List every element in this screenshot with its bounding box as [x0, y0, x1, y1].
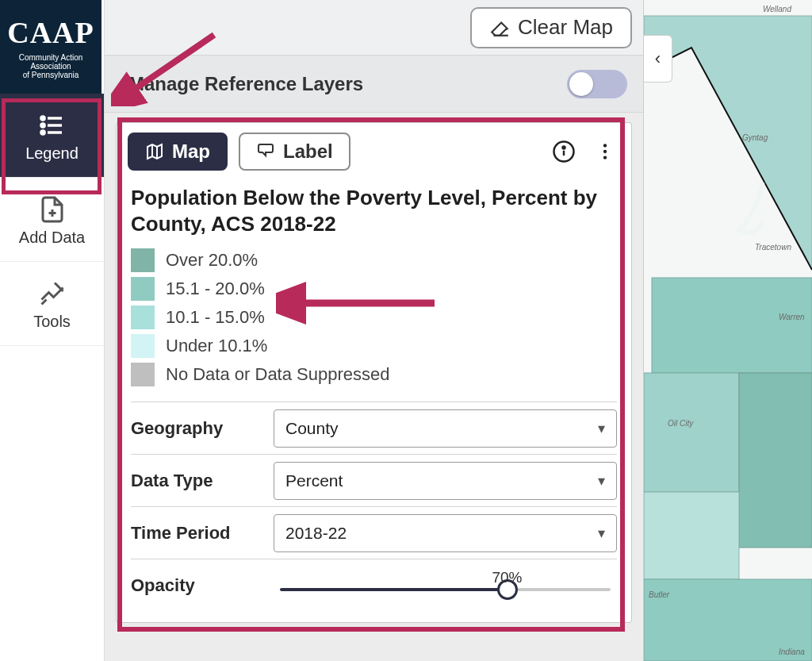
layer-title: Population Below the Poverty Level, Perc… — [131, 185, 617, 236]
map-icon — [145, 142, 164, 161]
eraser-icon — [489, 17, 510, 38]
org-logo: CAAP Community Action Association of Pen… — [0, 0, 102, 94]
map-label-oilcity: Oil City — [668, 419, 693, 428]
map-label-welland: Welland — [763, 5, 791, 13]
period-label: Time Period — [131, 523, 274, 544]
app-root: CAAP Community Action Association of Pen… — [0, 0, 812, 661]
reference-layers-title: Manage Reference Layers — [128, 73, 363, 95]
panel-topbar: Clear Map — [105, 0, 643, 56]
map-label-indiana: Indiana — [779, 648, 805, 656]
logo-title: CAAP — [7, 15, 94, 50]
legend-row-1: 15.1 - 20.0% — [131, 275, 617, 303]
legend-panel-column: Clear Map Manage Reference Layers Map La… — [105, 0, 644, 661]
legend-row-3: Under 10.1% — [131, 332, 617, 360]
tab-map[interactable]: Map — [128, 133, 228, 171]
geography-label: Geography — [131, 418, 274, 439]
chevron-left-icon: ‹ — [655, 48, 661, 69]
left-rail: CAAP Community Action Association of Pen… — [0, 0, 105, 661]
svg-point-16 — [603, 150, 607, 153]
svg-point-2 — [40, 124, 44, 127]
reference-layers-toggle[interactable] — [567, 70, 627, 98]
logo-subtitle: Community Action Association of Pennsylv… — [19, 53, 83, 79]
legend-row-2: 10.1 - 15.0% — [131, 303, 617, 332]
svg-point-14 — [563, 147, 565, 149]
period-select[interactable]: 2018-22 ▾ — [274, 514, 617, 552]
layer-card: Map Label Population Below the Poverty L… — [116, 122, 632, 623]
svg-rect-20 — [652, 278, 812, 373]
more-button[interactable] — [590, 136, 620, 167]
clear-map-button[interactable]: Clear Map — [470, 7, 632, 48]
svg-rect-23 — [644, 492, 739, 579]
control-period: Time Period 2018-22 ▾ — [131, 506, 617, 559]
label-icon — [256, 142, 275, 161]
swatch-0 — [131, 248, 155, 272]
map-label-butler: Butler — [649, 590, 669, 599]
layer-card-header: Map Label — [117, 123, 631, 180]
chevron-down-icon: ▾ — [598, 420, 605, 437]
legend-row-4: No Data or Data Suppressed — [131, 360, 617, 389]
control-opacity: Opacity 70% — [131, 559, 617, 611]
control-geography: Geography County ▾ — [131, 402, 617, 454]
rail-label-tools: Tools — [33, 313, 71, 331]
rail-item-legend[interactable]: Legend — [0, 94, 104, 178]
clear-map-label: Clear Map — [518, 15, 613, 40]
info-button[interactable] — [549, 136, 579, 167]
opacity-label: Opacity — [131, 575, 274, 596]
map-svg — [644, 0, 812, 661]
svg-rect-22 — [739, 373, 812, 548]
map-label-gyntag: Gyntag — [742, 133, 768, 142]
legend-list: Over 20.0% 15.1 - 20.0% 10.1 - 15.0% Und… — [131, 246, 617, 389]
opacity-value: 70% — [492, 569, 522, 586]
tab-label[interactable]: Label — [239, 133, 350, 171]
control-datatype: Data Type Percent ▾ — [131, 454, 617, 506]
svg-point-4 — [40, 131, 44, 134]
legend-row-0: Over 20.0% — [131, 246, 617, 275]
layer-card-body: Population Below the Poverty Level, Perc… — [117, 180, 631, 622]
map-canvas[interactable]: ‹ Welland Gyntag Tracetown Warren Oil Ci… — [644, 0, 812, 661]
map-label-tracetown: Tracetown — [755, 243, 791, 252]
datatype-label: Data Type — [131, 471, 274, 491]
svg-point-0 — [40, 117, 44, 120]
reference-layers-row: Manage Reference Layers — [105, 56, 643, 113]
rail-label-legend: Legend — [25, 144, 79, 163]
opacity-slider[interactable] — [280, 588, 611, 591]
info-icon — [552, 140, 576, 163]
geography-select[interactable]: County ▾ — [274, 409, 617, 448]
collapse-panel-button[interactable]: ‹ — [644, 35, 672, 83]
svg-marker-9 — [147, 144, 162, 159]
map-label-warren: Warren — [779, 313, 805, 321]
tools-icon — [38, 279, 67, 308]
chevron-down-icon: ▾ — [598, 525, 605, 542]
add-file-icon — [38, 195, 67, 224]
rail-item-tools[interactable]: Tools — [0, 262, 104, 346]
swatch-3 — [131, 334, 155, 358]
swatch-2 — [131, 306, 155, 329]
svg-point-17 — [603, 156, 607, 159]
datatype-select[interactable]: Percent ▾ — [274, 462, 617, 500]
svg-point-15 — [603, 144, 607, 147]
svg-rect-21 — [644, 373, 739, 492]
list-icon — [38, 111, 67, 140]
rail-item-add-data[interactable]: Add Data — [0, 178, 104, 262]
swatch-4 — [131, 363, 155, 386]
more-vertical-icon — [595, 141, 615, 162]
swatch-1 — [131, 277, 155, 301]
rail-label-add-data: Add Data — [19, 229, 85, 247]
chevron-down-icon: ▾ — [598, 472, 605, 490]
